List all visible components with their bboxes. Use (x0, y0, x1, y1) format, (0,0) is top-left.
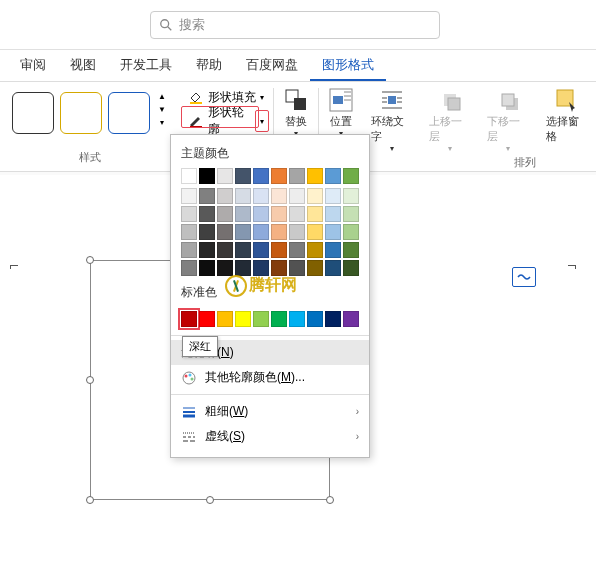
layout-options-button[interactable] (512, 267, 536, 287)
search-box[interactable]: 搜索 (150, 11, 440, 39)
theme-tint-swatch[interactable] (343, 206, 359, 222)
palette-icon (181, 370, 197, 386)
theme-color-swatch[interactable] (199, 168, 215, 184)
resize-handle-br[interactable] (326, 496, 334, 504)
theme-tint-swatch[interactable] (325, 188, 341, 204)
theme-color-swatch[interactable] (217, 168, 233, 184)
resize-handle-bl[interactable] (86, 496, 94, 504)
theme-tint-swatch[interactable] (253, 242, 269, 258)
theme-tint-swatch[interactable] (289, 188, 305, 204)
tab-developer[interactable]: 开发工具 (108, 50, 184, 81)
style-more-button[interactable]: ▾ (156, 118, 168, 130)
theme-tint-swatch[interactable] (289, 242, 305, 258)
bring-forward-button[interactable]: 上移一层 ▾ (421, 82, 479, 171)
theme-tint-swatch[interactable] (289, 224, 305, 240)
theme-color-swatch[interactable] (271, 168, 287, 184)
theme-tint-swatch[interactable] (181, 242, 197, 258)
standard-color-swatch[interactable] (343, 311, 359, 327)
theme-color-swatch[interactable] (289, 168, 305, 184)
theme-tint-swatch[interactable] (199, 224, 215, 240)
theme-tint-swatch[interactable] (343, 260, 359, 276)
style-up-button[interactable]: ▲ (156, 92, 168, 104)
theme-tint-swatch[interactable] (325, 224, 341, 240)
dashes-item[interactable]: 虚线(S) › (171, 424, 369, 449)
theme-tint-swatch[interactable] (235, 260, 251, 276)
wrap-text-button[interactable]: 环绕文字 ▾ (363, 82, 421, 171)
theme-color-swatch[interactable] (325, 168, 341, 184)
theme-tint-swatch[interactable] (343, 242, 359, 258)
standard-color-swatch[interactable] (217, 311, 233, 327)
tab-review[interactable]: 审阅 (8, 50, 58, 81)
standard-color-swatch[interactable] (307, 311, 323, 327)
more-colors-item[interactable]: 其他轮廓颜色(M)... (171, 365, 369, 390)
tab-view[interactable]: 视图 (58, 50, 108, 81)
theme-tint-swatch[interactable] (325, 206, 341, 222)
standard-color-swatch[interactable] (253, 311, 269, 327)
theme-tint-swatch[interactable] (253, 188, 269, 204)
theme-tint-swatch[interactable] (271, 188, 287, 204)
theme-tint-swatch[interactable] (235, 242, 251, 258)
standard-color-swatch[interactable] (181, 311, 197, 327)
theme-tint-swatch[interactable] (271, 260, 287, 276)
theme-tint-swatch[interactable] (199, 206, 215, 222)
theme-tint-swatch[interactable] (253, 206, 269, 222)
resize-handle-bm[interactable] (206, 496, 214, 504)
shape-style-1[interactable] (12, 92, 54, 134)
theme-tint-swatch[interactable] (181, 206, 197, 222)
theme-tint-swatch[interactable] (217, 260, 233, 276)
theme-tint-swatch[interactable] (307, 188, 323, 204)
theme-tint-swatch[interactable] (199, 188, 215, 204)
standard-color-swatch[interactable] (199, 311, 215, 327)
svg-rect-21 (502, 94, 514, 106)
theme-color-swatch[interactable] (253, 168, 269, 184)
theme-tint-swatch[interactable] (199, 242, 215, 258)
shape-outline-button[interactable]: 形状轮廓 (184, 110, 257, 132)
selection-pane-button[interactable]: 选择窗格 (538, 82, 596, 171)
theme-tint-swatch[interactable] (289, 260, 305, 276)
theme-tint-swatch[interactable] (181, 260, 197, 276)
tab-shape-format[interactable]: 图形格式 (310, 50, 386, 81)
theme-tint-swatch[interactable] (217, 242, 233, 258)
shape-outline-dropdown[interactable]: ▾ (255, 110, 269, 132)
theme-tint-swatch[interactable] (217, 206, 233, 222)
tab-help[interactable]: 帮助 (184, 50, 234, 81)
theme-tint-swatch[interactable] (217, 188, 233, 204)
standard-color-swatch[interactable] (271, 311, 287, 327)
theme-color-swatch[interactable] (307, 168, 323, 184)
theme-tint-swatch[interactable] (307, 242, 323, 258)
theme-tint-swatch[interactable] (181, 188, 197, 204)
tab-baidu[interactable]: 百度网盘 (234, 50, 310, 81)
standard-color-swatch[interactable] (235, 311, 251, 327)
arrange-group-label: 排列 (514, 155, 536, 170)
theme-tint-swatch[interactable] (181, 224, 197, 240)
theme-tint-swatch[interactable] (325, 242, 341, 258)
theme-tint-swatch[interactable] (199, 260, 215, 276)
theme-tint-swatch[interactable] (217, 224, 233, 240)
theme-color-swatch[interactable] (181, 168, 197, 184)
theme-tint-swatch[interactable] (343, 224, 359, 240)
style-down-button[interactable]: ▼ (156, 105, 168, 117)
theme-tint-swatch[interactable] (343, 188, 359, 204)
theme-tint-swatch[interactable] (307, 206, 323, 222)
theme-tint-swatch[interactable] (271, 206, 287, 222)
theme-tint-swatch[interactable] (325, 260, 341, 276)
shape-style-2[interactable] (60, 92, 102, 134)
theme-color-swatch[interactable] (343, 168, 359, 184)
resize-handle-ml[interactable] (86, 376, 94, 384)
theme-tint-swatch[interactable] (235, 224, 251, 240)
theme-tint-swatch[interactable] (253, 224, 269, 240)
theme-tint-swatch[interactable] (235, 206, 251, 222)
theme-tint-swatch[interactable] (307, 260, 323, 276)
theme-tint-swatch[interactable] (271, 242, 287, 258)
standard-color-swatch[interactable] (325, 311, 341, 327)
standard-color-swatch[interactable] (289, 311, 305, 327)
shape-style-3[interactable] (108, 92, 150, 134)
theme-tint-swatch[interactable] (253, 260, 269, 276)
theme-tint-swatch[interactable] (235, 188, 251, 204)
theme-tint-swatch[interactable] (289, 206, 305, 222)
theme-tint-swatch[interactable] (307, 224, 323, 240)
theme-tint-swatch[interactable] (271, 224, 287, 240)
theme-color-swatch[interactable] (235, 168, 251, 184)
resize-handle-tl[interactable] (86, 256, 94, 264)
weight-item[interactable]: 粗细(W) › (171, 399, 369, 424)
